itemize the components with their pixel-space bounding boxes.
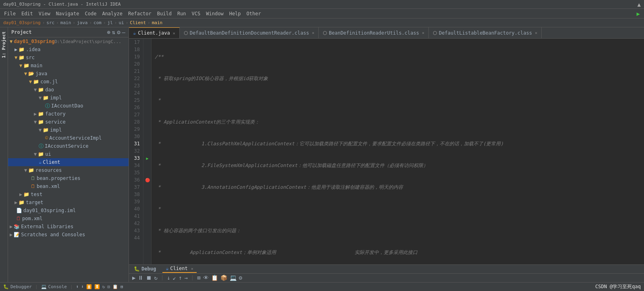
debug-stop-btn[interactable]: ⏹: [146, 274, 152, 281]
sidebar-header: Project ⊕ ⇅ ⚙ —: [8, 27, 129, 37]
sidebar-add-btn[interactable]: ⊕: [107, 29, 110, 35]
tree-iaccountservice[interactable]: Ⓘ IAccountService: [8, 142, 129, 150]
debug-resume-btn[interactable]: ▶: [132, 274, 135, 281]
tree-ui[interactable]: ▼ 📁 ui: [8, 150, 129, 158]
tree-factory[interactable]: ▶ 📁 factory: [8, 110, 129, 118]
menu-analyze[interactable]: Analyze: [100, 10, 125, 17]
breadcrumb-part-2[interactable]: main: [60, 20, 71, 25]
sidebar-minimize-btn[interactable]: —: [122, 29, 125, 35]
tree-impl-dao[interactable]: ▼ 📁 impl: [8, 94, 129, 102]
tree-pom[interactable]: 🗒 pom.xml: [8, 215, 129, 223]
console-icon: 💻: [41, 284, 47, 289]
breadcrumb-part-4[interactable]: com: [93, 20, 102, 25]
status-icon-8[interactable]: ⊞: [120, 284, 123, 289]
tree-target-arrow: ▶: [15, 200, 17, 205]
menu-file[interactable]: File: [2, 10, 18, 17]
tab-client-close[interactable]: ✕: [173, 31, 175, 35]
tree-bean-properties[interactable]: 🗒 bean.properties: [8, 174, 129, 182]
debug-step-out-btn[interactable]: ↑: [179, 274, 182, 281]
gutter-37: [143, 191, 151, 198]
debug-client-tab[interactable]: ☕ Client ✕: [162, 265, 197, 273]
tab-defaultlistable-close[interactable]: ✕: [535, 31, 537, 35]
menu-edit[interactable]: Edit: [19, 10, 35, 17]
debug-evaluate-btn[interactable]: ⊞: [197, 274, 200, 281]
tree-iml[interactable]: 📄 day01_03spring.iml: [8, 206, 129, 215]
tab-defaultbean[interactable]: ⬡ DefaultBeanDefinitionDocumentReader.cl…: [180, 27, 319, 38]
breadcrumb-part-7[interactable]: Client: [130, 20, 146, 25]
sidebar-collapse-btn[interactable]: ⇅: [112, 29, 115, 35]
menu-help[interactable]: Help: [227, 10, 243, 17]
tree-idea[interactable]: ▶ 📁 .idea: [8, 45, 129, 54]
tab-defaultlistable[interactable]: ⬡ DefaultListableBeanFactory.class ✕: [429, 27, 542, 38]
menu-refactor[interactable]: Refactor: [126, 10, 154, 17]
status-icon-5[interactable]: ↻: [102, 284, 105, 289]
status-icon-6[interactable]: ⊡: [107, 284, 110, 289]
debug-pause-btn[interactable]: ⏸: [138, 274, 143, 281]
breadcrumb-part-3[interactable]: java: [77, 20, 88, 25]
tree-resources[interactable]: ▼ 📁 resources: [8, 166, 129, 174]
status-console[interactable]: 💻 Console: [41, 284, 67, 289]
tree-impl-service[interactable]: ▼ 📁 impl: [8, 126, 129, 134]
tab-client[interactable]: ☕ Client.java ✕: [129, 27, 180, 38]
gutter-33-run[interactable]: ▶: [143, 155, 151, 162]
menu-code[interactable]: Code: [83, 10, 99, 17]
debug-variables-btn[interactable]: 📦: [220, 274, 227, 281]
window-controls[interactable]: ▲: [638, 1, 641, 8]
ln-18: 18: [132, 46, 140, 53]
menu-run[interactable]: Run: [175, 10, 189, 17]
tree-test[interactable]: ▶ 📁 test: [8, 190, 129, 198]
tree-main[interactable]: ▼ 📁 main: [8, 62, 129, 70]
tree-client[interactable]: ☕ Client: [8, 158, 129, 166]
breadcrumb-part-0[interactable]: day01_03spring: [3, 20, 41, 25]
tool-project[interactable]: 1: Project: [0, 29, 7, 60]
debug-settings-btn[interactable]: ⚙: [239, 274, 242, 281]
tree-java[interactable]: ▼ 📂 java: [8, 70, 129, 78]
menu-navigate[interactable]: Navigate: [54, 10, 82, 17]
tree-target[interactable]: ▶ 📁 target: [8, 198, 129, 206]
breadcrumb-part-8[interactable]: main: [152, 20, 163, 25]
tree-root[interactable]: ▼ day01_03spring D:\IdeaProject\springC.…: [8, 37, 129, 45]
debug-client-close[interactable]: ✕: [191, 266, 193, 271]
ln-40: 40: [132, 205, 140, 213]
status-icon-4[interactable]: ⏬: [94, 284, 100, 289]
tree-service[interactable]: ▼ 📁 service: [8, 118, 129, 126]
project-tree: Project ⊕ ⇅ ⚙ — ▼ day01_03spring D:\Idea…: [8, 27, 129, 282]
menu-vcs[interactable]: VCS: [189, 10, 203, 17]
tree-root-label: day01_03spring: [14, 39, 54, 44]
status-icon-3[interactable]: ⏫: [86, 284, 92, 289]
menu-view[interactable]: View: [36, 10, 53, 17]
tree-iaccountdao[interactable]: Ⓘ IAccountDao: [8, 102, 129, 110]
tree-bean-xml[interactable]: 🗒 bean.xml: [8, 182, 129, 190]
breadcrumb-part-5[interactable]: jl: [108, 20, 113, 25]
tree-src[interactable]: ▼ 📁 src: [8, 54, 129, 62]
status-icon-1[interactable]: ⬆: [76, 284, 79, 289]
gutter-36-bp[interactable]: 🔴: [143, 176, 151, 184]
status-debugger[interactable]: 🐛 Debugger: [3, 284, 32, 289]
menu-other[interactable]: Other: [244, 10, 264, 17]
tab-beandefutils[interactable]: ⬡ BeanDefinitionReaderUtils.class ✕: [319, 27, 429, 38]
debug-step-over-btn[interactable]: ↓: [167, 274, 170, 281]
status-icon-7[interactable]: 📋: [112, 284, 118, 289]
root-folder-icon: ▼: [10, 39, 12, 44]
debug-console-btn[interactable]: 💻: [230, 274, 237, 281]
tree-external-libs[interactable]: ▶ 📚 External Libraries: [8, 223, 129, 231]
debug-frames-btn[interactable]: 📋: [211, 274, 218, 281]
debug-run-to-cursor-btn[interactable]: →: [184, 274, 187, 281]
tree-dao[interactable]: ▼ 📁 dao: [8, 86, 129, 94]
gutter-32: [143, 147, 151, 155]
breadcrumb-part-1[interactable]: src: [46, 20, 54, 25]
debug-watch-btn[interactable]: 👁: [203, 274, 209, 281]
tree-scratches[interactable]: ▶ 📝 Scratches and Consoles: [8, 231, 129, 239]
tree-com-jl[interactable]: ▼ 📁 com.jl: [8, 78, 129, 86]
sidebar-settings-btn[interactable]: ⚙: [117, 29, 120, 35]
tree-accountserviceimpl[interactable]: © AccountServiceImpl: [8, 134, 129, 142]
menu-window[interactable]: Window: [204, 10, 226, 17]
status-icon-2[interactable]: ⬇: [81, 284, 84, 289]
menu-build[interactable]: Build: [155, 10, 174, 17]
tab-beandefutils-close[interactable]: ✕: [422, 31, 424, 35]
debug-restart-btn[interactable]: ↻: [154, 274, 157, 281]
code-editor[interactable]: 17 18 19 20 21 22 23 24 25 26 27 28 29 3…: [129, 39, 644, 264]
breadcrumb-part-6[interactable]: ui: [118, 20, 124, 25]
tab-defaultbean-close[interactable]: ✕: [312, 31, 314, 35]
debug-step-into-btn[interactable]: ↙: [173, 274, 176, 281]
